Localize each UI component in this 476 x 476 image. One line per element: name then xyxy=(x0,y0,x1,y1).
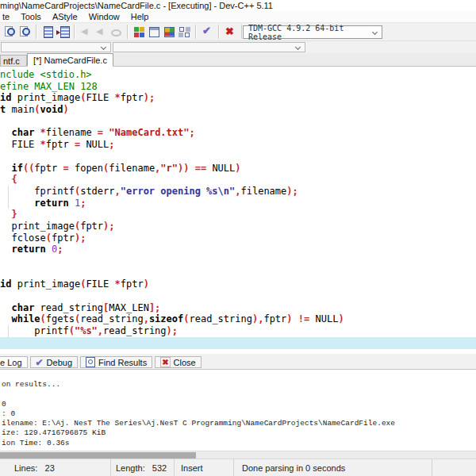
toolbar: TDM-GCC 4.9.2 64-bit Release xyxy=(0,22,476,41)
striped-doc-icon[interactable] xyxy=(41,25,55,39)
member-combo[interactable] xyxy=(113,42,305,52)
checkmark-icon[interactable] xyxy=(201,25,214,39)
code-line: id print_image(FILE *fptr) xyxy=(0,278,476,290)
status-lines-value: Lines: 23 xyxy=(14,463,55,473)
code-line: return 1; xyxy=(0,198,476,209)
code-line: printf("%s",read_string); xyxy=(0,325,476,337)
bottom-panel-tabs: e Log ✔ Debug Find Results ✖ Close xyxy=(0,355,476,369)
toolbar-buttons xyxy=(2,25,276,39)
menu-item-tools[interactable]: Tools xyxy=(15,12,47,21)
tab-label: Find Results xyxy=(98,358,147,367)
code-line: FILE *fptr = NULL; xyxy=(0,139,476,151)
toolbar-separator xyxy=(218,25,220,39)
code-line xyxy=(0,255,476,267)
menu-item-astyle[interactable]: AStyle xyxy=(47,12,83,21)
code-line: } xyxy=(0,209,476,221)
editor-tab-printf[interactable]: ntf.c xyxy=(0,55,27,66)
code-line: if((fptr = fopen(filename,"r")) == NULL) xyxy=(0,163,476,175)
scrollbar-thumb[interactable] xyxy=(0,452,196,459)
magnifier-icon xyxy=(86,357,95,367)
log-hscrollbar[interactable] xyxy=(0,451,476,459)
code-line: char *filename = "NameCard.txt"; xyxy=(0,127,476,139)
toolbar-separator xyxy=(127,25,129,39)
toolbar-separator xyxy=(195,25,197,39)
color-window-icon[interactable] xyxy=(163,25,176,39)
code-line: t main(void) xyxy=(0,104,476,116)
status-filler xyxy=(432,459,476,476)
toolbar-separator xyxy=(36,25,37,39)
compile-log-output[interactable]: on results...0: 0ilename: E:\Aj. NesT Th… xyxy=(0,369,476,451)
status-message-value: Done parsing in 0 seconds xyxy=(242,463,345,473)
code-line: nclude <stdio.h> xyxy=(0,69,476,81)
tab-label: ntf.c xyxy=(3,56,20,66)
checkmark-icon: ✔ xyxy=(36,358,44,367)
status-lines: Lines: 23 xyxy=(0,459,111,476)
editor-tab-bar: ntf.c [*] NameCardFile.c xyxy=(0,53,476,67)
tab-label: [*] NameCardFile.c xyxy=(33,56,107,65)
magnifier-doc-icon[interactable] xyxy=(3,25,17,39)
log-line: ion Time: 0.36s xyxy=(2,439,476,448)
chevron-down-icon xyxy=(101,44,106,50)
back-arrow2-icon xyxy=(94,25,108,39)
menu-item-window[interactable]: Window xyxy=(83,12,125,21)
striped-doc-arrow-icon[interactable] xyxy=(56,25,70,39)
current-line-highlight xyxy=(0,337,476,349)
code-line: fprintf(stderr,"error opening %s\n",file… xyxy=(0,186,476,198)
tab-find-results[interactable]: Find Results xyxy=(80,356,152,368)
log-line: ize: 129.4716796875 KiB xyxy=(2,428,476,438)
code-line: while(fgets(read_string,sizeof(read_stri… xyxy=(0,313,476,325)
close-icon: ✖ xyxy=(160,357,170,367)
tab-close[interactable]: ✖ Close xyxy=(155,356,202,368)
status-mode: Insert xyxy=(175,459,234,476)
code-line xyxy=(0,151,476,163)
code-line: print_image(fptr); xyxy=(0,221,476,232)
menu-bar: teToolsAStyleWindowHelp xyxy=(0,11,476,22)
color-grid-icon[interactable] xyxy=(132,25,146,39)
log-line: : 0 xyxy=(2,409,476,419)
status-length-value: Length: 532 xyxy=(116,463,167,473)
log-line xyxy=(2,390,476,399)
class-browser-row xyxy=(0,41,476,53)
log-line: on results... xyxy=(2,380,476,390)
compiler-select-value: TDM-GCC 4.9.2 64-bit Release xyxy=(248,24,382,41)
tab-debug[interactable]: ✔ Debug xyxy=(30,356,78,368)
plain-window-icon[interactable] xyxy=(148,25,161,39)
status-message: Done parsing in 0 seconds xyxy=(234,459,432,476)
title-bar: ming\NameCardProjects\NameCardFile.c - [… xyxy=(0,0,476,11)
menu-item-help[interactable]: Help xyxy=(125,12,155,21)
magnifier-doc2-icon[interactable] xyxy=(18,25,32,39)
code-line xyxy=(0,267,476,279)
status-mode-value: Insert xyxy=(181,463,203,473)
code-line xyxy=(0,290,476,302)
menu-item-te[interactable]: te xyxy=(0,12,15,21)
status-length: Length: 532 xyxy=(111,459,175,476)
status-bar: Lines: 23 Length: 532 Insert Done parsin… xyxy=(0,459,476,476)
compiler-select[interactable]: TDM-GCC 4.9.2 64-bit Release xyxy=(243,25,382,39)
scope-combo[interactable] xyxy=(1,42,111,52)
toolbar-separator xyxy=(74,25,75,39)
chevron-down-icon xyxy=(295,44,301,50)
tab-label: Close xyxy=(174,358,196,367)
tab-compile-log[interactable]: e Log xyxy=(0,356,28,368)
tab-label: Debug xyxy=(47,358,72,367)
editor-tab-namecardfile[interactable]: [*] NameCardFile.c xyxy=(27,53,113,67)
back-arrow-icon xyxy=(79,25,93,39)
tab-label: e Log xyxy=(0,358,22,367)
code-line: char read_string[MAX_LEN]; xyxy=(0,302,476,314)
log-line: 0 xyxy=(2,400,476,409)
code-line xyxy=(0,116,476,128)
code-line: id print_image(FILE *fptr); xyxy=(0,92,476,104)
oval-disabled-icon xyxy=(109,25,123,39)
window-title: ming\NameCardProjects\NameCardFile.c - [… xyxy=(0,1,273,10)
code-editor[interactable]: nclude <stdio.h>efine MAX_LEN 128id prin… xyxy=(0,67,476,354)
code-line: return 0; xyxy=(0,244,476,255)
code-line: fclose(fptr); xyxy=(0,232,476,244)
log-line: ilename: E:\Aj. NesT The Series\Aj.NesT … xyxy=(2,419,476,428)
code-line: { xyxy=(0,174,476,186)
outline-grid-icon[interactable] xyxy=(178,25,191,39)
abort-x-icon[interactable] xyxy=(224,25,237,39)
code-line: efine MAX_LEN 128 xyxy=(0,81,476,93)
